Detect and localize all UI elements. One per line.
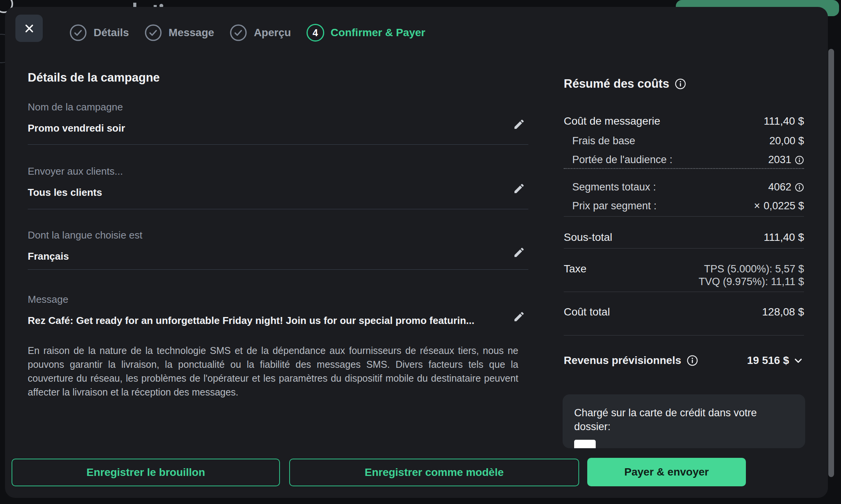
edit-icon[interactable] <box>513 182 525 195</box>
sms-disclaimer-text: En raison de la nature de la technologie… <box>28 344 518 399</box>
section-title: Détails de la campagne <box>28 71 160 85</box>
row-value: 111,40 $ <box>764 115 804 127</box>
info-icon[interactable] <box>687 355 698 366</box>
payment-note: Chargé sur la carte de crédit dans votre… <box>574 406 794 434</box>
field-message: Message Rez Café: Get ready for an unfor… <box>28 294 528 327</box>
row-label: Coût total <box>564 306 610 318</box>
field-divider <box>28 209 528 209</box>
cost-summary-title: Résumé des coûts <box>564 77 686 91</box>
row-value: 20,00 $ <box>769 135 804 147</box>
dotted-divider <box>564 168 804 169</box>
multiply-icon: × <box>754 200 760 212</box>
row-label: Sous-total <box>564 231 612 244</box>
cost-summary-title-text: Résumé des coûts <box>564 77 669 91</box>
row-value-text: 0,0225 $ <box>764 200 804 212</box>
messaging-cost-row: Coût de messagerie 111,40 $ <box>564 115 804 127</box>
field-value: Tous les clients <box>28 187 501 199</box>
audience-reach-row: Portée de l'audience : 2031 <box>564 154 804 166</box>
row-value-text: 4062 <box>768 181 791 193</box>
tax-line-tvq: TVQ (9.975%): 11,11 $ <box>699 275 804 288</box>
base-fee-row: Frais de base 20,00 $ <box>564 135 804 147</box>
field-value: Promo vendredi soir <box>28 122 501 134</box>
field-value: Français <box>28 250 501 262</box>
row-value-wrap: 19 516 $ <box>747 354 804 367</box>
row-label: Portée de l'audience : <box>564 154 672 166</box>
row-label: Taxe <box>564 263 586 275</box>
edit-icon[interactable] <box>513 118 525 130</box>
scrollbar-thumb[interactable] <box>828 49 834 477</box>
pay-and-send-button[interactable]: Payer & envoyer <box>587 458 746 486</box>
tax-row: Taxe TPS (5.000%): 5,57 $ TVQ (9.975%): … <box>564 263 804 288</box>
info-icon[interactable] <box>795 155 804 165</box>
row-value-text: 2031 <box>768 154 791 166</box>
row-label: Frais de base <box>564 135 635 147</box>
campaign-confirm-modal: Détails Message Aperçu 4 Confirmer & Pay… <box>5 7 828 498</box>
field-language: Dont la langue choisie est Français <box>28 229 528 262</box>
screen: Détails Message Aperçu 4 Confirmer & Pay… <box>0 0 841 504</box>
divider <box>564 292 804 292</box>
field-label: Dont la langue choisie est <box>28 229 528 241</box>
row-value: 111,40 $ <box>764 231 804 244</box>
credit-card-icon <box>574 440 596 448</box>
row-label: Revenus prévisionnels <box>564 354 681 367</box>
save-as-template-button[interactable]: Enregistrer comme modèle <box>289 459 579 486</box>
forecast-revenue-row[interactable]: Revenus prévisionnels 19 516 $ <box>564 354 804 367</box>
campaign-details-section: Détails de la campagne Nom de la campagn… <box>28 7 528 498</box>
row-value: 4062 <box>768 181 804 193</box>
field-send-to: Envoyer aux clients... Tous les clients <box>28 165 528 199</box>
field-label: Nom de la campagne <box>28 101 528 113</box>
total-cost-row: Coût total 128,08 $ <box>564 306 804 318</box>
total-segments-row: Segments totaux : 4062 <box>564 181 804 193</box>
edit-icon[interactable] <box>513 246 525 259</box>
tax-line-tps: TPS (5.000%): 5,57 $ <box>699 263 804 275</box>
field-label: Message <box>28 294 528 305</box>
info-icon[interactable] <box>795 183 804 192</box>
row-label-wrap: Revenus prévisionnels <box>564 354 698 367</box>
cost-summary-panel: Résumé des coûts Coût de messagerie 111,… <box>564 7 804 498</box>
save-draft-button[interactable]: Enregistrer le brouillon <box>12 459 280 486</box>
divider <box>564 335 804 335</box>
row-value: 128,08 $ <box>762 306 804 318</box>
divider <box>564 216 804 217</box>
info-icon[interactable] <box>675 78 686 90</box>
field-label: Envoyer aux clients... <box>28 165 528 177</box>
edit-icon[interactable] <box>513 310 525 323</box>
subtotal-row: Sous-total 111,40 $ <box>564 231 804 244</box>
chevron-down-icon[interactable] <box>792 355 804 366</box>
row-value: × 0,0225 $ <box>754 200 804 212</box>
payment-method-box: Chargé sur la carte de crédit dans votre… <box>563 394 805 448</box>
field-divider <box>28 144 528 145</box>
row-value: 2031 <box>768 154 804 166</box>
row-label: Coût de messagerie <box>564 115 660 127</box>
field-value: Rez Café: Get ready for an unforgettable… <box>28 315 501 327</box>
row-label: Segments totaux : <box>564 181 656 193</box>
divider <box>564 248 804 249</box>
row-label: Prix par segment : <box>564 200 657 212</box>
price-per-segment-row: Prix par segment : × 0,0225 $ <box>564 200 804 212</box>
field-campaign-name: Nom de la campagne Promo vendredi soir <box>28 101 528 134</box>
tax-lines: TPS (5.000%): 5,57 $ TVQ (9.975%): 11,11… <box>699 263 804 288</box>
row-value: 19 516 $ <box>747 354 789 367</box>
field-divider <box>28 269 528 270</box>
